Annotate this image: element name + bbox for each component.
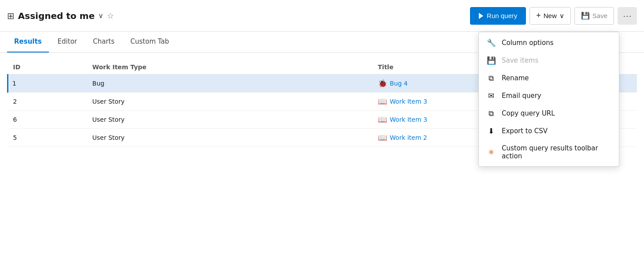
run-query-label: Run query — [487, 12, 517, 19]
tab-charts[interactable]: Charts — [86, 31, 122, 52]
tab-editor[interactable]: Editor — [51, 31, 84, 52]
story-icon: 📖 — [378, 133, 387, 142]
cell-type: User Story — [87, 93, 373, 111]
menu-item-rename[interactable]: ⧉ Rename — [479, 69, 619, 87]
wrench-icon: 🔧 — [487, 38, 496, 47]
header-actions: Run query + New ∨ 💾 Save ⋯ — [470, 7, 637, 25]
plus-icon: + — [536, 11, 541, 20]
envelope-icon: ✉ — [487, 91, 496, 100]
new-chevron-icon: ∨ — [559, 12, 564, 20]
menu-item-copy-url[interactable]: ⧉ Copy query URL — [479, 105, 619, 122]
save-button[interactable]: 💾 Save — [574, 7, 614, 25]
cell-type: Bug — [87, 75, 373, 93]
save-label: Save — [592, 12, 607, 19]
menu-label-rename: Rename — [502, 74, 529, 82]
menu-item-email-query[interactable]: ✉ Email query — [479, 87, 619, 105]
new-label: New — [544, 12, 557, 19]
rename-icon: ⧉ — [487, 74, 496, 82]
col-header-id: ID — [8, 60, 87, 75]
header: ⊞ Assigned to me ∨ ☆ Run query + New ∨ 💾… — [0, 0, 644, 32]
asterisk-icon: ✳ — [487, 148, 496, 157]
menu-label-custom-action: Custom query results toolbar action — [502, 144, 611, 160]
story-icon: 📖 — [378, 97, 387, 106]
menu-item-custom-action[interactable]: ✳ Custom query results toolbar action — [479, 140, 619, 165]
menu-item-save-items: 💾 Save items — [479, 52, 619, 69]
cell-id: 6 — [8, 111, 87, 129]
new-button[interactable]: + New ∨ — [529, 7, 571, 25]
menu-label-save-items: Save items — [502, 56, 538, 64]
ellipsis-icon: ⋯ — [623, 11, 632, 21]
play-icon — [479, 13, 483, 19]
run-query-button[interactable]: Run query — [470, 7, 526, 25]
menu-label-column-options: Column options — [502, 39, 553, 47]
tab-custom-tab[interactable]: Custom Tab — [123, 31, 176, 52]
dropdown-menu: 🔧 Column options 💾 Save items ⧉ Rename ✉… — [478, 32, 619, 167]
tab-results[interactable]: Results — [7, 31, 49, 52]
cell-id: 5 — [8, 129, 87, 147]
cell-id: 1 — [8, 75, 87, 93]
more-options-button[interactable]: ⋯ — [618, 7, 637, 25]
floppy-icon: 💾 — [581, 11, 590, 20]
floppy-save-icon: 💾 — [487, 56, 496, 65]
menu-label-email-query: Email query — [502, 92, 541, 100]
header-left: ⊞ Assigned to me ∨ ☆ — [7, 11, 470, 21]
title-chevron-icon[interactable]: ∨ — [98, 11, 104, 20]
menu-item-column-options[interactable]: 🔧 Column options — [479, 34, 619, 52]
copy-icon: ⧉ — [487, 109, 496, 118]
page-title: Assigned to me — [18, 11, 95, 21]
bug-icon: 🐞 — [378, 79, 387, 88]
cell-id: 2 — [8, 93, 87, 111]
favorite-star-icon[interactable]: ☆ — [107, 11, 114, 20]
download-icon: ⬇ — [487, 127, 496, 135]
cell-type: User Story — [87, 111, 373, 129]
grid-icon: ⊞ — [7, 11, 15, 21]
cell-type: User Story — [87, 129, 373, 147]
col-header-type: Work Item Type — [87, 60, 373, 75]
menu-label-copy-url: Copy query URL — [502, 109, 555, 117]
story-icon: 📖 — [378, 115, 387, 124]
menu-label-export-csv: Export to CSV — [502, 127, 548, 135]
menu-item-export-csv[interactable]: ⬇ Export to CSV — [479, 122, 619, 140]
